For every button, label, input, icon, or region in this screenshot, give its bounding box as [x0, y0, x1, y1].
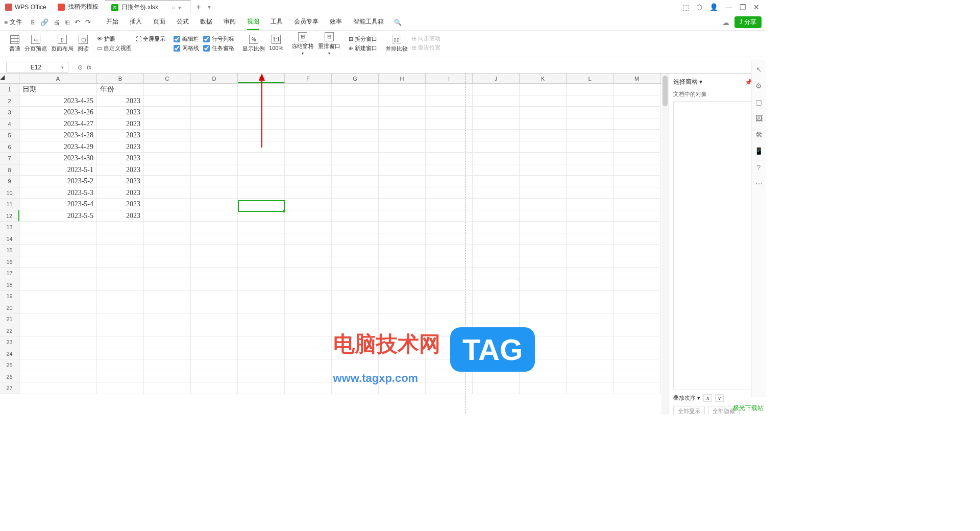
cell[interactable]	[614, 279, 660, 291]
cell[interactable]	[567, 141, 614, 153]
cell[interactable]	[144, 222, 191, 233]
move-down[interactable]: ∨	[715, 394, 724, 402]
cell[interactable]	[238, 268, 285, 279]
cell[interactable]	[332, 199, 379, 210]
cell[interactable]	[97, 371, 144, 383]
cell[interactable]	[567, 118, 614, 130]
row-header[interactable]: 23	[0, 336, 19, 348]
cell[interactable]	[379, 382, 426, 394]
cell[interactable]	[332, 164, 379, 176]
cell[interactable]	[191, 222, 238, 233]
cell[interactable]	[379, 84, 426, 95]
cell[interactable]	[379, 107, 426, 118]
cell[interactable]	[144, 95, 191, 107]
menu-tab-开始[interactable]: 开始	[106, 14, 118, 30]
cell[interactable]	[379, 325, 426, 337]
cell[interactable]	[379, 313, 426, 325]
cell[interactable]	[520, 325, 567, 337]
cell[interactable]	[567, 210, 614, 222]
cell[interactable]	[520, 336, 567, 348]
custom-view[interactable]: ▭ 自定义视图	[97, 44, 132, 52]
cell[interactable]	[144, 199, 191, 210]
cell[interactable]: 2023	[97, 199, 144, 210]
cell[interactable]	[520, 95, 567, 107]
cell[interactable]	[567, 84, 614, 95]
cell[interactable]	[144, 382, 191, 394]
spreadsheet[interactable]: ◢ ABCDEFGHIJKLM 1日期年份22023-4-25202332023…	[0, 74, 669, 415]
cell[interactable]	[238, 222, 285, 233]
cell[interactable]	[332, 176, 379, 187]
cell[interactable]	[19, 302, 97, 314]
cell[interactable]	[379, 164, 426, 176]
redo-icon[interactable]: ↷	[85, 18, 91, 26]
cell[interactable]	[473, 382, 520, 394]
cell[interactable]	[473, 336, 520, 348]
cell[interactable]	[144, 153, 191, 164]
cell[interactable]	[614, 187, 660, 199]
cell[interactable]	[614, 153, 660, 164]
cell[interactable]	[238, 153, 285, 164]
cell[interactable]	[379, 222, 426, 233]
cell[interactable]	[567, 279, 614, 291]
cell[interactable]	[191, 348, 238, 360]
cell[interactable]	[473, 348, 520, 360]
cell[interactable]	[19, 382, 97, 394]
cell[interactable]	[191, 313, 238, 325]
menu-tab-插入[interactable]: 插入	[130, 14, 142, 30]
cell[interactable]: 2023	[97, 107, 144, 118]
cell[interactable]	[238, 199, 285, 210]
chevron-down-icon[interactable]: ▾	[61, 65, 64, 70]
cell[interactable]	[520, 164, 567, 176]
cell[interactable]	[97, 268, 144, 279]
cell[interactable]	[332, 268, 379, 279]
row-header[interactable]: 8	[0, 164, 19, 176]
cell[interactable]	[473, 141, 520, 153]
cell[interactable]	[332, 325, 379, 337]
cell[interactable]	[473, 291, 520, 302]
cell[interactable]	[473, 187, 520, 199]
cell[interactable]	[614, 130, 660, 141]
cell[interactable]	[191, 291, 238, 302]
cell[interactable]	[332, 336, 379, 348]
vertical-scrollbar[interactable]	[662, 74, 669, 415]
cell[interactable]	[144, 268, 191, 279]
cell[interactable]	[144, 210, 191, 222]
rowcol-check[interactable]: 行号列标	[203, 35, 234, 43]
cell[interactable]	[144, 371, 191, 383]
cell[interactable]	[191, 153, 238, 164]
cell[interactable]	[614, 382, 660, 394]
cell[interactable]	[191, 210, 238, 222]
row-header[interactable]: 3	[0, 107, 19, 118]
save-icon[interactable]: ⎘	[31, 18, 35, 26]
cell[interactable]	[614, 245, 660, 256]
cell[interactable]	[567, 313, 614, 325]
help-icon[interactable]: ?	[757, 163, 761, 172]
layout-icon[interactable]: ⬚	[682, 3, 689, 11]
cell[interactable]	[238, 256, 285, 268]
cell[interactable]	[285, 118, 332, 130]
cell[interactable]	[97, 336, 144, 348]
cell[interactable]: 2023	[97, 130, 144, 141]
cell[interactable]	[379, 245, 426, 256]
cell[interactable]	[285, 187, 332, 199]
cell[interactable]	[614, 268, 660, 279]
cell[interactable]	[285, 336, 332, 348]
arrange-windows[interactable]: ⊟重排窗口▾	[318, 32, 340, 56]
cell[interactable]	[285, 359, 332, 371]
cell[interactable]	[285, 153, 332, 164]
cell[interactable]	[379, 199, 426, 210]
reading-view[interactable]: ▢阅读	[78, 35, 89, 53]
cell[interactable]	[144, 233, 191, 245]
cell[interactable]	[191, 268, 238, 279]
cell[interactable]: 2023-5-1	[19, 164, 97, 176]
cell[interactable]	[238, 187, 285, 199]
cell[interactable]	[473, 130, 520, 141]
cell[interactable]	[567, 325, 614, 337]
cell[interactable]	[238, 325, 285, 337]
cell[interactable]	[191, 118, 238, 130]
phone-icon[interactable]: 📱	[754, 147, 763, 155]
cell[interactable]	[332, 279, 379, 291]
row-header[interactable]: 26	[0, 371, 19, 383]
cell[interactable]	[379, 187, 426, 199]
cell[interactable]	[614, 210, 660, 222]
